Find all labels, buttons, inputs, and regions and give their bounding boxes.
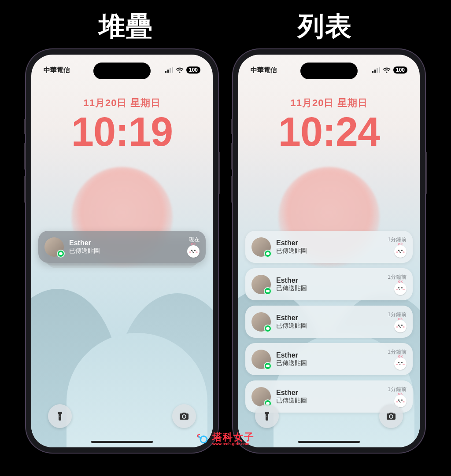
notification-message: 已傳送貼圖: [276, 397, 382, 405]
watermark-icon: [196, 433, 210, 446]
notification-sender: Esther: [276, 314, 382, 322]
notification-message: 已傳送貼圖: [276, 322, 382, 330]
sticker-icon: [394, 283, 407, 295]
svg-rect-2: [170, 68, 171, 73]
sticker-icon: [394, 358, 407, 370]
home-indicator[interactable]: [298, 441, 360, 443]
home-indicator[interactable]: [91, 441, 153, 443]
notification-stack[interactable]: Esther 已傳送貼圖 現在: [38, 231, 206, 263]
side-button: [24, 176, 26, 203]
datetime: 11月20日 星期日 10:19: [31, 96, 213, 152]
notification-sender: Esther: [276, 277, 382, 284]
notification-card[interactable]: Esther已傳送貼圖1分鐘前: [245, 306, 413, 338]
sticker-icon: [187, 245, 200, 258]
side-button: [231, 176, 233, 203]
datetime: 11月20日 星期日 10:24: [238, 96, 420, 152]
notification-sender: Esther: [69, 239, 182, 247]
camera-button[interactable]: [379, 404, 403, 428]
camera-button[interactable]: [172, 404, 196, 428]
notification-text: Esther已傳送貼圖: [276, 389, 382, 405]
carrier-label: 中華電信: [44, 66, 70, 74]
svg-point-8: [200, 436, 207, 443]
notification-card[interactable]: Esther 已傳送貼圖 現在: [38, 231, 206, 263]
wifi-icon: [383, 67, 391, 73]
notification-time: 1分鐘前: [388, 386, 407, 393]
quick-actions: [238, 404, 420, 428]
notification-time: 1分鐘前: [388, 348, 407, 356]
notification-sender: Esther: [276, 351, 382, 359]
notification-text: Esther已傳送貼圖: [276, 239, 382, 255]
notification-card[interactable]: Esther已傳送貼圖1分鐘前: [245, 343, 413, 375]
dynamic-island[interactable]: [300, 63, 358, 79]
flashlight-icon: [262, 411, 272, 421]
notification-message: 已傳送貼圖: [69, 247, 182, 255]
side-button: [218, 152, 220, 194]
lock-date: 11月20日 星期日: [238, 96, 420, 110]
camera-icon: [386, 411, 396, 421]
line-badge-icon: [264, 362, 272, 370]
side-button: [231, 119, 233, 134]
notification-meta: 1分鐘前: [388, 236, 407, 258]
notification-text: Esther已傳送貼圖: [276, 351, 382, 367]
watermark-text-cn: 塔科女子: [212, 432, 255, 442]
line-badge-icon: [264, 325, 272, 332]
avatar: [251, 312, 271, 332]
side-button: [425, 152, 427, 194]
side-button: [24, 119, 26, 134]
svg-rect-1: [167, 70, 169, 73]
line-badge-icon: [264, 250, 272, 258]
notification-time: 1分鐘前: [388, 273, 407, 281]
notification-sender: Esther: [276, 239, 382, 247]
status-right: 100: [372, 66, 407, 74]
avatar: [251, 350, 271, 369]
dynamic-island[interactable]: [93, 63, 151, 79]
svg-rect-3: [172, 67, 173, 73]
notification-area: Esther 已傳送貼圖 現在: [38, 231, 206, 263]
flashlight-icon: [55, 411, 65, 421]
sticker-icon: [394, 320, 407, 332]
lock-date: 11月20日 星期日: [31, 96, 213, 110]
side-button: [231, 143, 233, 170]
battery-pill: 100: [393, 66, 407, 74]
flashlight-button[interactable]: [255, 404, 279, 428]
notification-message: 已傳送貼圖: [276, 284, 382, 292]
quick-actions: [31, 404, 213, 428]
wifi-icon: [176, 67, 184, 73]
line-badge-icon: [57, 250, 65, 258]
notification-message: 已傳送貼圖: [276, 247, 382, 255]
lock-screen[interactable]: 中華電信 100 11月20日 星期日 10:19: [31, 55, 213, 447]
notification-text: Esther 已傳送貼圖: [69, 239, 182, 255]
side-button: [24, 143, 26, 170]
carrier-label: 中華電信: [251, 66, 277, 74]
label-list: 列表: [298, 9, 352, 44]
svg-rect-7: [379, 67, 380, 73]
compare-labels: 堆疊 列表: [0, 9, 451, 44]
notification-meta: 現在: [187, 236, 200, 258]
avatar: [44, 237, 64, 257]
label-stack: 堆疊: [99, 9, 153, 44]
svg-rect-5: [374, 70, 376, 73]
svg-rect-0: [165, 71, 166, 73]
notification-text: Esther已傳送貼圖: [276, 277, 382, 292]
avatar: [251, 237, 271, 257]
status-right: 100: [165, 66, 200, 74]
notification-meta: 1分鐘前: [388, 311, 407, 332]
camera-icon: [179, 411, 189, 421]
battery-pill: 100: [186, 66, 200, 74]
sticker-icon: [394, 245, 407, 258]
lock-screen[interactable]: 中華電信 100 11月20日 星期日 10:24 Esther已傳送貼圖1分鐘…: [238, 55, 420, 447]
signal-icon: [372, 67, 380, 73]
watermark: 塔科女子 www.tech-girlz.com: [196, 432, 255, 446]
flashlight-button[interactable]: [48, 404, 72, 428]
notification-meta: 1分鐘前: [388, 348, 407, 370]
line-badge-icon: [264, 287, 272, 295]
notification-card[interactable]: Esther已傳送貼圖1分鐘前: [245, 268, 413, 300]
svg-rect-6: [377, 68, 378, 73]
notification-list: Esther已傳送貼圖1分鐘前Esther已傳送貼圖1分鐘前Esther已傳送貼…: [245, 231, 413, 418]
notification-card[interactable]: Esther已傳送貼圖1分鐘前: [245, 231, 413, 263]
avatar: [251, 275, 271, 294]
phone-left: 中華電信 100 11月20日 星期日 10:19: [25, 48, 219, 454]
notification-time: 1分鐘前: [388, 311, 407, 318]
notification-meta: 1分鐘前: [388, 273, 407, 295]
phones-row: 中華電信 100 11月20日 星期日 10:19: [0, 48, 451, 454]
